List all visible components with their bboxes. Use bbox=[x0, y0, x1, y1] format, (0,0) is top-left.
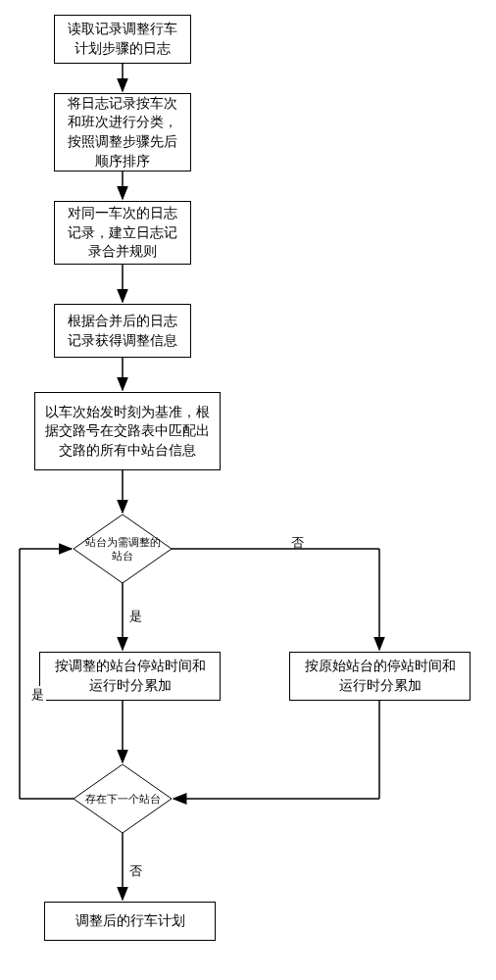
process-box: 以车次始发时刻为基准，根据交路号在交路表中匹配出交路的所有中站台信息 bbox=[34, 392, 221, 470]
process-box: 调整后的行车计划 bbox=[44, 902, 216, 941]
process-box: 按原始站台的停站时间和运行时分累加 bbox=[289, 652, 471, 701]
box-text: 按调整的站台停站时间和运行时分累加 bbox=[48, 657, 212, 695]
process-box: 将日志记录按车次和班次进行分类，按照调整步骤先后顺序排序 bbox=[54, 93, 191, 172]
edge-label-yes: 是 bbox=[29, 686, 46, 704]
diamond-text: 站台为需调整的站台 bbox=[81, 535, 165, 564]
box-text: 读取记录调整行车计划步骤的日志 bbox=[63, 20, 182, 58]
process-box: 对同一车次的日志记录，建立日志记录合并规则 bbox=[54, 201, 191, 265]
box-text: 调整后的行车计划 bbox=[75, 911, 185, 931]
process-box: 读取记录调整行车计划步骤的日志 bbox=[54, 15, 191, 64]
process-box: 按调整的站台停站时间和运行时分累加 bbox=[39, 652, 221, 701]
edge-label-no: 否 bbox=[127, 862, 144, 880]
process-box: 根据合并后的日志记录获得调整信息 bbox=[54, 304, 191, 358]
box-text: 根据合并后的日志记录获得调整信息 bbox=[63, 312, 182, 350]
decision-diamond: 存在下一个站台 bbox=[74, 764, 172, 833]
box-text: 对同一车次的日志记录，建立日志记录合并规则 bbox=[63, 204, 182, 262]
edge-label-no: 否 bbox=[289, 534, 306, 552]
edge-label-yes: 是 bbox=[127, 608, 144, 625]
box-text: 以车次始发时刻为基准，根据交路号在交路表中匹配出交路的所有中站台信息 bbox=[43, 403, 212, 461]
box-text: 按原始站台的停站时间和运行时分累加 bbox=[298, 657, 462, 695]
decision-diamond: 站台为需调整的站台 bbox=[74, 514, 172, 583]
diamond-text: 存在下一个站台 bbox=[81, 792, 165, 806]
box-text: 将日志记录按车次和班次进行分类，按照调整步骤先后顺序排序 bbox=[63, 94, 182, 171]
